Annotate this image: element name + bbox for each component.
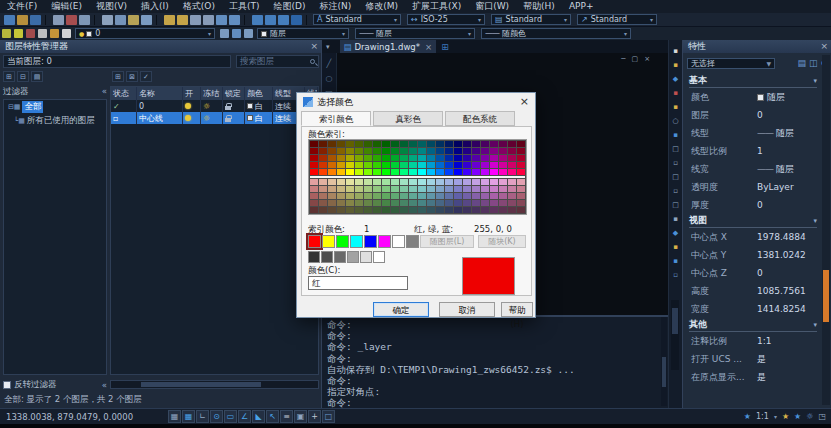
gray-color-swatch[interactable] [373, 251, 385, 263]
palette-swatch[interactable] [463, 162, 471, 168]
annotation-add-icon[interactable]: ★ [794, 412, 801, 421]
toolbar-icon[interactable] [66, 15, 77, 25]
palette-swatch[interactable] [391, 141, 399, 147]
index-color-palette[interactable] [308, 139, 527, 215]
palette-swatch[interactable] [472, 186, 480, 192]
palette-swatch[interactable] [310, 162, 318, 168]
document-tab[interactable]: ▤ Drawing1.dwg* × [340, 40, 437, 53]
property-value[interactable]: 是 [757, 353, 766, 366]
menu-item-帮助(H)[interactable]: 帮助(H) [516, 0, 562, 13]
fullscreen-icon[interactable]: ◳ [818, 412, 826, 421]
layer-tool-icon[interactable] [62, 29, 71, 38]
freeze-sun-icon[interactable]: ☼ [203, 114, 210, 123]
new-document-icon[interactable]: ⊞ [441, 42, 449, 52]
palette-swatch[interactable] [310, 179, 318, 185]
property-value[interactable]: 1:1 [757, 336, 771, 346]
palette-swatch[interactable] [364, 193, 372, 199]
palette-swatch[interactable] [328, 200, 336, 206]
column-header-名称[interactable]: 名称 [137, 87, 183, 100]
layer-state-icon[interactable] [232, 29, 241, 38]
palette-swatch[interactable] [382, 186, 390, 192]
palette-swatch[interactable] [337, 179, 345, 185]
linetype-control-dropdown[interactable]: ——随层▾ [355, 28, 475, 39]
palette-swatch[interactable] [427, 148, 435, 154]
layer-tool-icon[interactable] [14, 29, 23, 38]
menu-item-窗口(W)[interactable]: 窗口(W) [468, 0, 516, 13]
palette-swatch[interactable] [391, 207, 399, 213]
palette-swatch[interactable] [490, 169, 498, 175]
palette-swatch[interactable] [508, 141, 516, 147]
palette-swatch[interactable] [445, 207, 453, 213]
color-cell[interactable]: 白 [245, 100, 273, 112]
toolbar-icon[interactable] [30, 15, 41, 25]
palette-swatch[interactable] [373, 148, 381, 154]
standard-color-swatch[interactable] [308, 235, 321, 248]
palette-swatch[interactable] [319, 179, 327, 185]
palette-swatch[interactable] [481, 169, 489, 175]
annotation-visibility-icon[interactable]: ★ [744, 412, 751, 421]
palette-swatch[interactable] [400, 179, 408, 185]
modify-tool-icon[interactable]: ▪ [673, 212, 678, 226]
layer-panel-close-icon[interactable]: × [310, 40, 318, 53]
palette-swatch[interactable] [400, 169, 408, 175]
gray-color-swatch[interactable] [360, 251, 372, 263]
palette-swatch[interactable] [508, 169, 516, 175]
menu-item-修改(M)[interactable]: 修改(M) [358, 0, 405, 13]
palette-swatch[interactable] [355, 186, 363, 192]
palette-swatch[interactable] [472, 141, 480, 147]
palette-swatch[interactable] [346, 155, 354, 161]
palette-swatch[interactable] [382, 169, 390, 175]
palette-swatch[interactable] [346, 169, 354, 175]
palette-swatch[interactable] [319, 169, 327, 175]
toolbar-icon[interactable] [291, 15, 302, 25]
palette-swatch[interactable] [499, 193, 507, 199]
palette-swatch[interactable] [481, 207, 489, 213]
palette-swatch[interactable] [382, 207, 390, 213]
palette-swatch[interactable] [310, 148, 318, 154]
palette-swatch[interactable] [508, 207, 516, 213]
palette-swatch[interactable] [418, 141, 426, 147]
toolbar-icon[interactable] [102, 15, 113, 25]
palette-swatch[interactable] [490, 186, 498, 192]
palette-swatch[interactable] [382, 162, 390, 168]
palette-swatch[interactable] [400, 155, 408, 161]
column-header-冻结[interactable]: 冻结 [201, 87, 223, 100]
palette-swatch[interactable] [328, 169, 336, 175]
layer-on-bulb-icon[interactable] [185, 103, 191, 109]
palette-swatch[interactable] [328, 141, 336, 147]
layer-action-icon[interactable]: ⊠ [126, 71, 138, 82]
property-value[interactable]: 是 [757, 371, 766, 384]
palette-swatch[interactable] [499, 162, 507, 168]
modify-tool-icon[interactable]: ▫ [673, 156, 678, 170]
palette-swatch[interactable] [364, 148, 372, 154]
dialog-close-icon[interactable]: × [520, 95, 529, 108]
status-toggle-icon[interactable]: + [308, 410, 321, 423]
palette-swatch[interactable] [328, 186, 336, 192]
palette-swatch[interactable] [373, 169, 381, 175]
palette-swatch[interactable] [400, 207, 408, 213]
section-header-基本[interactable]: 基本▾ [689, 74, 817, 88]
palette-swatch[interactable] [472, 169, 480, 175]
toolbar-icon[interactable] [177, 15, 188, 25]
palette-swatch[interactable] [463, 186, 471, 192]
layer-row-中心线[interactable]: ▫中心线☼白连续—— [111, 112, 318, 124]
palette-swatch[interactable] [364, 200, 372, 206]
palette-swatch[interactable] [436, 155, 444, 161]
palette-swatch[interactable] [409, 169, 417, 175]
palette-swatch[interactable] [436, 141, 444, 147]
palette-swatch[interactable] [454, 141, 462, 147]
palette-swatch[interactable] [409, 200, 417, 206]
palette-swatch[interactable] [355, 207, 363, 213]
palette-swatch[interactable] [418, 179, 426, 185]
style-dropdown-1[interactable]: ↔ISO-25▾ [407, 14, 485, 25]
palette-swatch[interactable] [355, 155, 363, 161]
hscrollbar-thumb[interactable] [141, 382, 261, 387]
modify-tool-icon[interactable]: ▪ [673, 254, 678, 268]
palette-swatch[interactable] [481, 162, 489, 168]
toolbar-icon[interactable] [79, 15, 90, 25]
palette-swatch[interactable] [445, 155, 453, 161]
menu-item-视图(V)[interactable]: 视图(V) [89, 0, 134, 13]
settings-gear-icon[interactable]: ☼ [806, 412, 813, 421]
palette-swatch[interactable] [310, 207, 318, 213]
standard-color-swatch[interactable] [378, 235, 391, 248]
